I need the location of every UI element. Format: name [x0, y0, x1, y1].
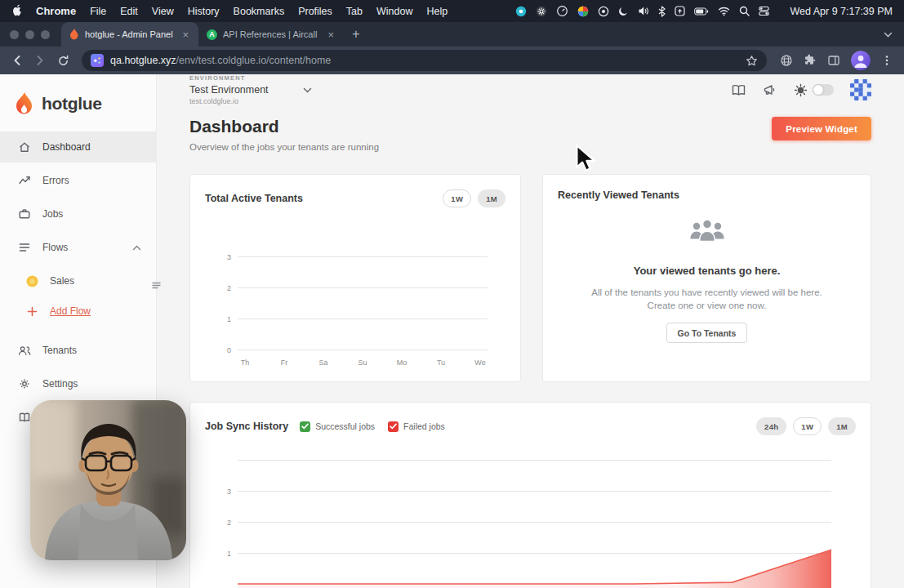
- sidebar-item-flow-sales[interactable]: Sales: [0, 265, 156, 296]
- browser-menu-kebab-icon[interactable]: [881, 55, 893, 66]
- profile-colorful-status-icon[interactable]: [577, 6, 589, 17]
- y-tick-label: 3: [215, 488, 231, 496]
- tab-aircall-docs[interactable]: A API References | Aircall ×: [198, 22, 344, 47]
- menubar-item-edit[interactable]: Edit: [120, 6, 138, 17]
- menubar-item-window[interactable]: Window: [376, 6, 412, 17]
- job-sync-chart: 3 2 1: [238, 460, 831, 553]
- range-1m-button[interactable]: 1M: [828, 417, 856, 435]
- window-zoom-button[interactable]: [41, 30, 50, 39]
- docs-book-icon[interactable]: [731, 83, 746, 97]
- new-tab-button[interactable]: +: [344, 22, 368, 47]
- checkbox-checked-icon: [300, 421, 310, 432]
- hotglue-logo[interactable]: hotglue: [0, 74, 156, 115]
- sidebar-item-errors[interactable]: Errors: [0, 165, 156, 196]
- go-to-tenants-button[interactable]: Go To Tenants: [666, 323, 748, 343]
- gear-status-icon[interactable]: [536, 6, 547, 17]
- theme-switch[interactable]: [813, 84, 834, 96]
- sidebar-resize-handle[interactable]: [149, 278, 163, 292]
- control-center-icon[interactable]: [759, 6, 769, 16]
- empty-state-title: Your viewed tenants go here.: [634, 265, 781, 277]
- user-avatar[interactable]: [850, 79, 871, 100]
- tab-title: hotglue - Admin Panel: [85, 29, 175, 39]
- page-subtitle: Overview of the jobs your tenants are ru…: [189, 142, 379, 152]
- announcements-megaphone-icon[interactable]: [763, 83, 777, 97]
- menubar-item-view[interactable]: View: [152, 6, 174, 17]
- volume-icon[interactable]: [638, 6, 649, 16]
- window-minimize-button[interactable]: [25, 30, 34, 39]
- menubar-item-chrome[interactable]: Chrome: [36, 5, 76, 17]
- translate-icon[interactable]: [780, 54, 793, 67]
- gridline: 3: [238, 256, 488, 257]
- theme-toggle[interactable]: [794, 83, 834, 97]
- address-bar[interactable]: qa.hotglue.xyz/env/test.coldglue.io/cont…: [82, 50, 767, 71]
- sidebar-item-flows[interactable]: Flows: [0, 232, 156, 263]
- topbar-icons: [731, 79, 871, 100]
- extensions-puzzle-icon[interactable]: [804, 54, 817, 67]
- gridline: [238, 460, 831, 461]
- menubar-item-help[interactable]: Help: [426, 6, 448, 17]
- logo-wordmark: hotglue: [42, 94, 102, 114]
- legend-successful-jobs[interactable]: Successful jobs: [300, 421, 375, 432]
- gridline: 2: [238, 287, 488, 288]
- webcam-overlay: [30, 400, 186, 560]
- x-tick-label: Tu: [434, 359, 448, 367]
- range-1w-button[interactable]: 1W: [793, 417, 822, 435]
- loom-status-icon[interactable]: [515, 6, 527, 17]
- reload-button[interactable]: [52, 50, 73, 71]
- tab-close-icon[interactable]: ×: [326, 29, 336, 40]
- range-24h-button[interactable]: 24h: [756, 417, 786, 435]
- bookmark-star-icon[interactable]: [746, 55, 758, 67]
- spotlight-search-icon[interactable]: [739, 6, 750, 16]
- apple-menu-icon[interactable]: [11, 4, 22, 19]
- record-status-icon[interactable]: [598, 6, 609, 17]
- browser-tab-strip: hotglue - Admin Panel × A API References…: [0, 22, 904, 47]
- forward-button[interactable]: [29, 50, 51, 71]
- sidebar-item-label: Add Flow: [50, 305, 91, 317]
- environment-selector[interactable]: ENVIRONMENT Test Environment test.coldgl…: [189, 74, 312, 105]
- menubar-item-history[interactable]: History: [188, 6, 220, 17]
- flame-icon: [15, 92, 34, 115]
- tab-title: API References | Aircall: [223, 29, 320, 39]
- tab-close-icon[interactable]: ×: [180, 29, 190, 40]
- sidebar-item-dashboard[interactable]: Dashboard: [0, 131, 156, 163]
- sidebar-item-add-flow[interactable]: Add Flow: [0, 299, 156, 323]
- window-close-button[interactable]: [10, 30, 19, 39]
- range-1m-button[interactable]: 1M: [478, 189, 505, 207]
- profile-avatar[interactable]: [851, 51, 871, 70]
- preview-widget-button[interactable]: Preview Widget: [772, 117, 871, 140]
- hotglue-favicon: [69, 29, 79, 40]
- site-info-badge-icon[interactable]: [91, 54, 104, 67]
- side-panel-icon[interactable]: [827, 54, 840, 67]
- card-title: Recently Viewed Tenants: [558, 189, 679, 201]
- wifi-icon[interactable]: [718, 7, 730, 16]
- url-text: qa.hotglue.xyz/env/test.coldglue.io/cont…: [110, 55, 331, 66]
- sidebar-item-settings[interactable]: Settings: [0, 368, 156, 399]
- group-people-icon: [688, 217, 726, 247]
- menubar-item-file[interactable]: File: [90, 6, 106, 17]
- battery-icon[interactable]: [694, 7, 709, 16]
- sidebar-item-jobs[interactable]: Jobs: [0, 198, 156, 229]
- x-tick-label: We: [473, 359, 488, 367]
- x-tick-label: Th: [238, 359, 252, 367]
- shortcuts-status-icon[interactable]: [675, 6, 685, 16]
- sidebar-item-label: Jobs: [42, 208, 63, 220]
- menubar-item-bookmarks[interactable]: Bookmarks: [234, 6, 285, 17]
- gauge-status-icon[interactable]: [556, 5, 568, 17]
- menubar-clock[interactable]: Wed Apr 9 7:17:39 PM: [790, 6, 893, 17]
- range-1w-button[interactable]: 1W: [443, 189, 471, 207]
- y-tick-label: 1: [215, 315, 231, 323]
- menubar-item-profiles[interactable]: Profiles: [298, 6, 332, 17]
- back-button[interactable]: [7, 50, 28, 71]
- gridline: 3: [238, 491, 831, 492]
- sidebar-item-label: Dashboard: [42, 141, 91, 153]
- gridline: 1: [238, 553, 831, 554]
- tab-hotglue-admin[interactable]: hotglue - Admin Panel ×: [61, 22, 198, 47]
- do-not-disturb-moon-icon[interactable]: [618, 6, 629, 16]
- menubar-item-tab[interactable]: Tab: [346, 6, 363, 17]
- legend-failed-jobs[interactable]: Failed jobs: [388, 421, 445, 432]
- bluetooth-icon[interactable]: [658, 6, 666, 17]
- tab-search-chevron-icon[interactable]: [872, 22, 904, 47]
- sidebar-item-tenants[interactable]: Tenants: [0, 335, 156, 366]
- sidebar-item-label: Flows: [42, 242, 68, 253]
- aircall-favicon: A: [207, 29, 217, 40]
